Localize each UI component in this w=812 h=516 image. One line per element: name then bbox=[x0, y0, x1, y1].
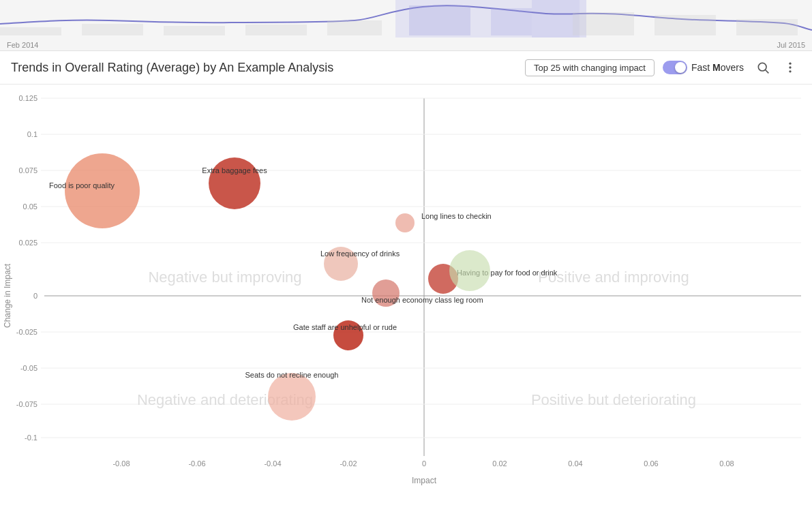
svg-rect-4 bbox=[164, 26, 225, 35]
svg-rect-7 bbox=[409, 5, 470, 35]
date-end: Jul 2015 bbox=[777, 41, 805, 49]
svg-line-13 bbox=[766, 70, 769, 74]
svg-text:0.1: 0.1 bbox=[27, 130, 37, 138]
svg-rect-3 bbox=[82, 24, 143, 35]
bubble-extra-baggage-fees[interactable] bbox=[209, 157, 260, 209]
svg-text:Seats do not recline enough: Seats do not recline enough bbox=[245, 371, 339, 379]
svg-rect-9 bbox=[573, 12, 634, 35]
sparkline-dates: Feb 2014 Jul 2015 bbox=[0, 41, 812, 49]
svg-text:0.075: 0.075 bbox=[18, 166, 37, 174]
svg-rect-8 bbox=[491, 8, 532, 35]
svg-text:-0.025: -0.025 bbox=[16, 328, 37, 336]
svg-text:-0.04: -0.04 bbox=[264, 459, 281, 468]
fast-movers-label: Fast Movers bbox=[691, 62, 744, 73]
page-title: Trends in Overall Rating (Average) by An… bbox=[11, 61, 517, 75]
svg-text:-0.1: -0.1 bbox=[25, 434, 37, 442]
fast-movers-highlight: M bbox=[712, 62, 721, 73]
fast-movers-toggle[interactable] bbox=[663, 61, 687, 74]
chart-svg: 0.125 0.1 0.075 0.05 0.025 0 -0.025 -0.0… bbox=[0, 85, 812, 490]
svg-text:Food is poor quality: Food is poor quality bbox=[49, 181, 115, 189]
svg-text:0.025: 0.025 bbox=[18, 239, 37, 247]
svg-text:-0.075: -0.075 bbox=[16, 400, 37, 408]
svg-text:Extra baggage fees: Extra baggage fees bbox=[202, 166, 267, 174]
svg-text:Positive but deteriorating: Positive but deteriorating bbox=[531, 391, 696, 408]
sparkline-area: Feb 2014 Jul 2015 bbox=[0, 0, 812, 51]
fast-movers-toggle-wrap: Fast Movers bbox=[663, 61, 744, 74]
svg-point-15 bbox=[789, 66, 791, 68]
bubble-food-poor-quality[interactable] bbox=[65, 153, 140, 228]
svg-point-14 bbox=[789, 63, 791, 65]
svg-rect-5 bbox=[245, 25, 307, 35]
svg-rect-2 bbox=[0, 27, 61, 35]
bubble-long-lines-checkin[interactable] bbox=[395, 213, 415, 232]
svg-text:0.02: 0.02 bbox=[492, 459, 507, 468]
svg-text:-0.06: -0.06 bbox=[188, 459, 205, 468]
svg-text:0: 0 bbox=[422, 459, 426, 468]
chart-area: 0.125 0.1 0.075 0.05 0.025 0 -0.025 -0.0… bbox=[0, 85, 812, 490]
svg-text:Negative but improving: Negative but improving bbox=[148, 269, 301, 286]
svg-text:Impact: Impact bbox=[412, 476, 437, 485]
bubble-green-extra[interactable] bbox=[449, 250, 490, 291]
svg-text:0.08: 0.08 bbox=[719, 459, 734, 468]
svg-text:Not enough economy class leg r: Not enough economy class leg room bbox=[361, 296, 483, 304]
svg-text:0.04: 0.04 bbox=[568, 459, 582, 468]
svg-text:Change in Impact: Change in Impact bbox=[3, 263, 12, 328]
bubble-seats-recline[interactable] bbox=[268, 373, 316, 421]
filter-button[interactable]: Top 25 with changing impact bbox=[525, 59, 655, 76]
header-icons bbox=[752, 57, 801, 78]
search-icon-button[interactable] bbox=[752, 57, 774, 78]
svg-point-12 bbox=[758, 63, 766, 71]
svg-rect-6 bbox=[327, 20, 382, 35]
svg-rect-10 bbox=[655, 15, 716, 35]
more-options-icon-button[interactable] bbox=[779, 57, 801, 78]
svg-text:Long lines to checkin: Long lines to checkin bbox=[421, 212, 492, 220]
svg-text:0.125: 0.125 bbox=[18, 94, 37, 102]
svg-text:Positive and improving: Positive and improving bbox=[538, 269, 689, 286]
svg-text:0.06: 0.06 bbox=[644, 459, 658, 468]
toggle-thumb bbox=[675, 62, 686, 73]
svg-text:-0.02: -0.02 bbox=[340, 459, 357, 468]
date-start: Feb 2014 bbox=[7, 41, 38, 49]
svg-rect-11 bbox=[736, 19, 798, 35]
svg-text:0.05: 0.05 bbox=[23, 202, 37, 211]
svg-point-16 bbox=[789, 70, 791, 72]
svg-text:-0.05: -0.05 bbox=[20, 364, 37, 372]
svg-text:Gate staff are unhelpful or ru: Gate staff are unhelpful or rude bbox=[293, 323, 397, 331]
svg-text:-0.08: -0.08 bbox=[112, 459, 130, 468]
svg-text:Low frequency of drinks: Low frequency of drinks bbox=[320, 249, 400, 258]
svg-text:0: 0 bbox=[33, 292, 37, 300]
header-row: Trends in Overall Rating (Average) by An… bbox=[0, 51, 812, 85]
